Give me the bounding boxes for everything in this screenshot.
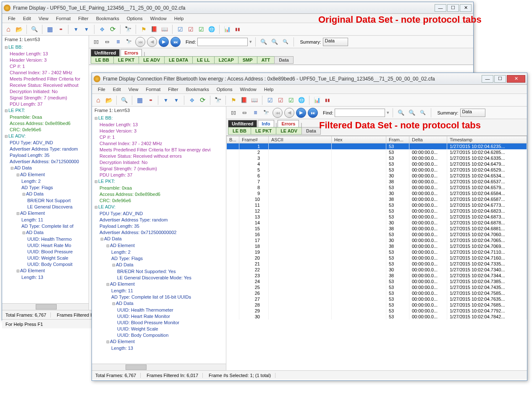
menu-options[interactable]: Options xyxy=(213,86,236,93)
table-row[interactable]: 295300:00:00.0...1/27/2015 10:02:04.7792… xyxy=(227,308,527,314)
tree-node[interactable]: PDU Type: ADV_IND xyxy=(10,140,53,145)
col-header[interactable]: ASCII xyxy=(269,136,332,143)
tree-node[interactable]: Length: 11 xyxy=(111,288,133,293)
nav-next-button[interactable]: ▶ xyxy=(159,37,169,47)
tab-errors[interactable]: Errors xyxy=(278,120,299,127)
tab-info[interactable]: Info xyxy=(258,120,274,127)
tree-branch[interactable]: AD Data xyxy=(26,191,44,196)
tree-branch[interactable]: LE ADV: xyxy=(8,133,26,138)
search-icon[interactable] xyxy=(120,96,129,105)
tree-expander[interactable]: ⊟ xyxy=(4,133,8,140)
table-row[interactable]: 223000:00:00.0...1/27/2015 10:02:04.7340… xyxy=(227,267,527,273)
protocol-tab-le-ll[interactable]: LE LL xyxy=(192,56,215,64)
list-icon[interactable]: ≣ xyxy=(113,37,123,47)
menu-edit[interactable]: Edit xyxy=(110,86,124,93)
nav-first-button[interactable]: ⏮ xyxy=(135,37,145,47)
protocol-tab-att[interactable]: ATT xyxy=(257,56,275,64)
menu-help[interactable]: Help xyxy=(261,86,277,93)
tree-branch[interactable]: AD Element xyxy=(20,211,45,216)
find-input[interactable] xyxy=(335,109,385,117)
tree-node[interactable]: UUID: Body Composit xyxy=(27,262,73,267)
tree-node[interactable]: Header Version: 3 xyxy=(100,128,136,133)
table-row[interactable]: 135300:00:00.0...1/27/2015 10:02:04.6873… xyxy=(227,214,527,220)
table-row[interactable]: 115300:00:00.0...1/27/2015 10:02:04.6773… xyxy=(227,202,527,208)
open-icon[interactable] xyxy=(104,96,113,105)
tree-node[interactable]: Payload Length: 35 xyxy=(10,153,50,158)
table-row[interactable]: 103800:00:00.0...1/27/2015 10:02:04.6587… xyxy=(227,196,527,202)
menu-window[interactable]: Window xyxy=(237,86,260,93)
tree-node[interactable]: Channel Index: 37 - 2402 MHz xyxy=(10,70,72,75)
table-row[interactable]: 245300:00:00.0...1/27/2015 10:02:04.7385… xyxy=(227,278,527,284)
menu-edit[interactable]: Edit xyxy=(20,15,34,22)
tree-node[interactable]: Advertiser Address Type: random xyxy=(100,217,168,222)
tree-expander[interactable]: ⊟ xyxy=(105,281,110,288)
search-next-icon[interactable] xyxy=(259,37,268,47)
protocol-tab-l2cap[interactable]: L2CAP xyxy=(214,56,238,64)
nav-last-button[interactable]: ⏭ xyxy=(308,108,318,118)
tree-expander[interactable]: ⊟ xyxy=(4,108,8,114)
nav-prev-button[interactable]: ◀ xyxy=(284,108,294,118)
tree-node[interactable]: CRC: 0xfe96e6 xyxy=(100,198,131,203)
tree-node[interactable]: UUID: Health Thermometer xyxy=(117,307,173,312)
table-row[interactable]: 143000:00:00.0...1/27/2015 10:02:04.6878… xyxy=(227,220,527,226)
menu-file[interactable]: File xyxy=(5,15,19,22)
protocol-tab-le-pkt[interactable]: LE PKT xyxy=(251,127,276,135)
menu-bookmarks[interactable]: Bookmarks xyxy=(93,15,123,22)
home-icon[interactable] xyxy=(94,96,103,105)
tree-node[interactable]: Decryption Initiated: No xyxy=(10,89,58,94)
tree-expander[interactable]: ⊟ xyxy=(100,236,104,242)
tree-branch[interactable]: AD Data xyxy=(104,236,122,241)
protocol-tab-data[interactable]: Data xyxy=(274,56,294,64)
tree-expander[interactable]: ⊟ xyxy=(21,191,26,198)
funnel-icon[interactable] xyxy=(71,25,81,34)
decode-tree[interactable]: ⊟LE BB:Header Length: 13Header Version: … xyxy=(92,114,226,364)
table-row[interactable]: 275300:00:00.0...1/27/2015 10:02:04.7635… xyxy=(227,296,527,302)
tree-branch[interactable]: AD Data xyxy=(14,165,32,170)
book1-icon[interactable] xyxy=(149,25,159,34)
decode-tree[interactable]: ⊟LE BB:Header Length: 13Header Version: … xyxy=(2,43,89,303)
tree-node[interactable]: Payload Length: 35 xyxy=(100,224,139,229)
table-row[interactable]: 93000:00:00.0...1/27/2015 10:02:04.6584.… xyxy=(227,190,527,196)
tree-branch[interactable]: AD Element xyxy=(110,243,135,248)
tree-node[interactable]: LE General Discoverable Mode: Yes xyxy=(117,275,191,280)
tree-node[interactable]: Advertiser Address: 0x712500000 xyxy=(10,159,79,164)
nav-first-button[interactable]: ⏮ xyxy=(273,108,283,118)
flag-icon[interactable] xyxy=(229,96,238,105)
tree-node[interactable]: AD Type: Flags xyxy=(21,185,53,190)
menu-file[interactable]: File xyxy=(94,86,109,93)
tree-node[interactable]: PDU Length: 37 xyxy=(10,102,42,107)
pill-icon[interactable] xyxy=(56,25,65,34)
col-header[interactable]: Hex xyxy=(332,136,386,143)
funnel-icon[interactable] xyxy=(161,96,170,105)
tree-node[interactable]: AD Type: Flags xyxy=(111,256,143,261)
menu-filter[interactable]: Filter xyxy=(165,86,181,93)
menu-options[interactable]: Options xyxy=(123,15,146,22)
tree-branch[interactable]: AD Element xyxy=(20,172,45,177)
funnel2-icon[interactable] xyxy=(82,25,91,34)
tree-node[interactable]: Length: 13 xyxy=(21,275,43,280)
menu-view[interactable]: View xyxy=(125,86,142,93)
refresh-icon[interactable] xyxy=(198,96,207,105)
cols-icon[interactable] xyxy=(45,25,55,34)
tree-node[interactable]: CP #: 1 xyxy=(100,135,115,140)
tree-node[interactable]: Access Address: 0x8e89bed6 xyxy=(10,121,71,126)
minimize-button[interactable]: — xyxy=(482,75,493,83)
chk2-icon[interactable] xyxy=(276,96,285,105)
tree-branch[interactable]: AD Data xyxy=(116,301,134,306)
tree-node[interactable]: Access Address: 0x8e89bed6 xyxy=(100,192,160,197)
h-scrollbar[interactable] xyxy=(92,364,226,370)
binoc-go-icon[interactable]: 🔭 xyxy=(124,37,134,47)
protocol-tab-le-adv[interactable]: LE ADV xyxy=(139,56,165,64)
tree-node[interactable]: AD Type: Complete list of 16-bit UUIDs xyxy=(111,294,191,299)
menu-help[interactable]: Help xyxy=(171,15,187,22)
col-header[interactable]: Delta xyxy=(409,136,447,143)
layers-icon[interactable] xyxy=(97,25,107,34)
table-row[interactable]: 55300:00:00.0...1/27/2015 10:02:04.6529.… xyxy=(227,167,527,173)
bar2-icon[interactable] xyxy=(323,96,332,105)
tree-node[interactable]: Signal Strength: 7 (medium) xyxy=(100,166,157,171)
table-row[interactable]: 205300:00:00.0...1/27/2015 10:02:04.7160… xyxy=(227,255,527,261)
globe-icon[interactable] xyxy=(207,25,216,34)
maximize-button[interactable]: ☐ xyxy=(447,4,459,12)
col-header[interactable]: Frame# xyxy=(239,136,269,143)
home-icon[interactable] xyxy=(4,25,13,34)
